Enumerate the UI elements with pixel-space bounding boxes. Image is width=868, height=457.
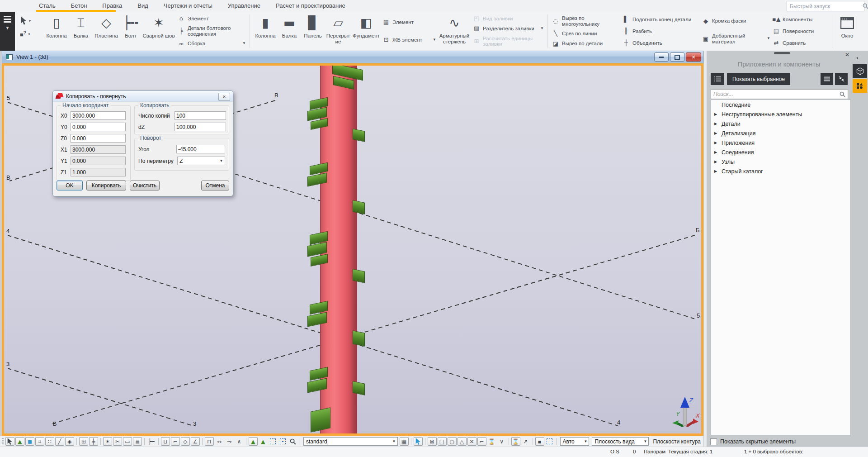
show-hidden-checkbox[interactable]	[710, 438, 717, 445]
tree-item-5[interactable]: ▶Приложения	[711, 138, 850, 148]
ribbon-button-weld[interactable]: ✶Сварной шов	[141, 12, 176, 51]
ok-button[interactable]: OK	[57, 181, 83, 190]
toolbar-button-bracket-tool[interactable]: ⊓	[205, 437, 214, 446]
toolbar-button-snap-triangle[interactable]: △	[458, 437, 467, 446]
main-menu-strip[interactable]: ▼	[0, 12, 15, 51]
ribbon-button-slab[interactable]: ▱Перекрытие	[325, 12, 351, 51]
select-tool[interactable]: ▾	[20, 16, 42, 25]
query-tool[interactable]: ■? ▾	[20, 30, 42, 38]
toolbar-button-grid-filter[interactable]: ⊞	[79, 437, 88, 446]
toolbar-button-peak-tool[interactable]: ∧	[235, 437, 244, 446]
query-dropdown-icon[interactable]: ▾	[28, 32, 30, 36]
ribbon-button-footing[interactable]: ◧Фундамент	[351, 12, 381, 51]
tree-expand-icon[interactable]: ▶	[711, 169, 722, 173]
toolbar-button-select-assembly[interactable]: ▲	[249, 437, 258, 446]
toolbar-button-weld-filter[interactable]: ✶	[103, 437, 112, 446]
dialog-field-dz[interactable]	[175, 123, 226, 131]
view-plane-combo[interactable]: Плоскость вида▼	[592, 437, 649, 446]
ribbon-button-assembly[interactable]: ∞Сборка▼	[177, 41, 246, 47]
toolbar-button-select-grid[interactable]: ⌗	[35, 437, 44, 446]
ribbon-button-part-cut[interactable]: ◪Вырез по детали	[552, 41, 620, 47]
panel-drag-handle[interactable]	[774, 52, 790, 54]
toolbar-button-select-parts[interactable]: ▲	[15, 437, 24, 446]
toolbar-button-select-object[interactable]: ▲	[259, 437, 268, 446]
angle-field[interactable]	[176, 145, 225, 153]
dialog-close-button[interactable]: ✕	[218, 93, 230, 101]
dialog-field-z0[interactable]	[71, 134, 126, 143]
quick-search[interactable]	[787, 1, 864, 11]
dialog-field-z1[interactable]	[71, 168, 126, 176]
dialog-field-x1[interactable]	[71, 145, 126, 154]
ribbon-button-pour-break[interactable]: ▨Разделитель заливки▼	[472, 25, 544, 32]
tree-expand-icon[interactable]: ▶	[711, 131, 722, 135]
ribbon-collapse-icon[interactable]: ▼	[0, 25, 15, 30]
toolbar-button-select-solid[interactable]: ◈	[65, 437, 74, 446]
clear-button[interactable]: Очистить	[130, 181, 160, 190]
ribbon-button-components[interactable]: ▪▲Компоненты	[772, 16, 828, 23]
ribbon-button-concrete-beam[interactable]: ▬Балка	[278, 12, 301, 51]
ribbon-button-split[interactable]: ╫Разбить	[622, 28, 700, 34]
component-search-input[interactable]	[711, 91, 840, 97]
toolbar-button-node-tool[interactable]: ⊸	[225, 437, 234, 446]
ribbon-button-bolt-parts[interactable]: ┝Детали болтового соединения	[177, 25, 246, 37]
tree-item-1[interactable]: Последние	[711, 100, 850, 109]
toolbar-button-select-points[interactable]: ∷	[45, 437, 54, 446]
tab-1[interactable]: Сталь	[39, 0, 56, 9]
toolbar-button-snap-corner[interactable]: ⌐	[477, 437, 486, 446]
tree-expand-icon[interactable]: ▶	[711, 122, 722, 126]
contour-planes-label[interactable]: Плоскости контура	[653, 438, 701, 445]
toolbar-button-snap-point[interactable]: ▪	[535, 437, 544, 446]
cancel-button[interactable]: Отмена	[201, 181, 229, 190]
tree-item-8[interactable]: ▶Старый каталог	[711, 167, 850, 176]
toolbar-button-snap-cross[interactable]: ✕	[467, 437, 476, 446]
toolbar-button-mark-filter[interactable]: ≣	[133, 437, 142, 446]
tree-expand-icon[interactable]: ▶	[711, 112, 722, 116]
ribbon-button-steel-column[interactable]: ▯Колонна	[43, 12, 70, 51]
preset-combo[interactable]: standard▼	[303, 437, 398, 446]
toolbar-button-snap-hold[interactable]: ⌛	[511, 437, 520, 446]
show-selected-button[interactable]: Показать выбранное	[727, 73, 790, 85]
tab-6[interactable]: Управление	[228, 0, 260, 9]
dropdown-arrow-icon[interactable]: ▼	[241, 42, 246, 46]
auto-combo[interactable]: Авто▼	[560, 437, 590, 446]
applications-tab[interactable]	[853, 79, 867, 93]
ribbon-button-bolt[interactable]: ┝╍Болт	[120, 12, 141, 51]
tab-4[interactable]: Вид	[137, 0, 148, 9]
toolbar-button-diamond-tool[interactable]: ◇	[181, 437, 190, 446]
minimize-button[interactable]	[654, 52, 669, 62]
around-combo[interactable]: Z ▼	[177, 157, 225, 165]
tree-item-6[interactable]: ▶Соединения	[711, 148, 850, 157]
view-titlebar[interactable]: View 1 - (3d) ✕	[2, 51, 703, 63]
tree-expand-icon[interactable]: ▶	[711, 160, 722, 164]
dropdown-arrow-icon[interactable]: ▼	[431, 38, 436, 42]
hamburger-icon[interactable]	[4, 16, 11, 23]
dialog-field-num-copies[interactable]	[175, 111, 226, 120]
dialog-field-y1[interactable]	[71, 157, 126, 165]
panel-divider[interactable]	[703, 51, 707, 447]
toolbar-button-corner-tool[interactable]: ⌐	[171, 437, 180, 446]
ribbon-button-fit-part-end[interactable]: ▌Подогнать конец детали	[622, 16, 700, 23]
ribbon-button-window[interactable]: Окно	[835, 12, 859, 51]
copy-button[interactable]: Копировать	[86, 181, 126, 190]
close-button[interactable]: ✕	[686, 52, 701, 62]
ribbon-button-steel-item[interactable]: ⌂Элемент	[177, 15, 246, 22]
ribbon-button-concrete-item[interactable]: ▦Элемент	[382, 19, 436, 25]
ribbon-button-polygon-cut[interactable]: ◌Вырез по многоугольнику	[552, 15, 620, 27]
quick-search-input[interactable]	[787, 3, 863, 10]
dropdown-arrow-icon[interactable]: ▼	[538, 27, 544, 31]
tree-item-4[interactable]: ▶Детализация	[711, 129, 850, 138]
tab-7[interactable]: Расчет и проектирование	[276, 0, 345, 9]
tree-expand-icon[interactable]: ▶	[711, 141, 722, 145]
dialog-field-y0[interactable]	[71, 123, 126, 131]
ribbon-button-plate[interactable]: ◇Пластина	[92, 12, 120, 51]
ribbon-button-concrete-panel[interactable]: ▊Панель	[301, 12, 325, 51]
toolbar-button-snap-box[interactable]: ⊠	[428, 437, 437, 446]
collapse-panel-button[interactable]	[835, 73, 848, 85]
toolbar-button-distance-tool[interactable]: ↔	[215, 437, 224, 446]
ribbon-button-line-cut[interactable]: ╲Срез по линии	[552, 30, 620, 37]
tab-2[interactable]: Бетон	[71, 0, 87, 9]
toolbar-button-hatch-toggle[interactable]: ▦	[400, 437, 409, 446]
tree-expand-icon[interactable]: ▶	[711, 150, 722, 154]
ribbon-button-rebar[interactable]: ∿Арматурный стержень	[437, 12, 472, 51]
toolbar-button-snap-chevron[interactable]: ∨	[497, 437, 506, 446]
